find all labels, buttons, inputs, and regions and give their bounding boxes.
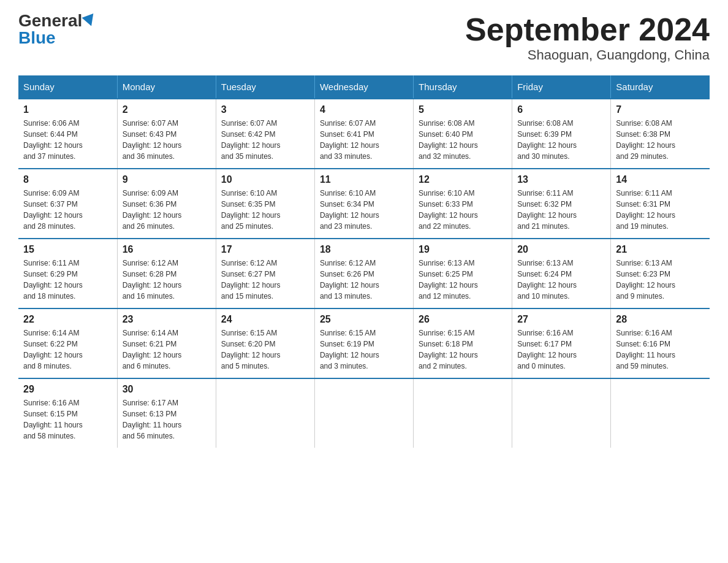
day-cell: 9Sunrise: 6:09 AMSunset: 6:36 PMDaylight…	[117, 169, 216, 239]
day-cell	[216, 378, 314, 448]
day-info: Sunrise: 6:09 AMSunset: 6:37 PMDaylight:…	[23, 188, 112, 232]
week-row-1: 1Sunrise: 6:06 AMSunset: 6:44 PMDaylight…	[18, 99, 710, 169]
logo: General Blue	[18, 12, 96, 47]
day-number: 22	[23, 314, 112, 325]
header-day-thursday: Thursday	[414, 75, 512, 99]
day-cell: 18Sunrise: 6:12 AMSunset: 6:26 PMDayligh…	[314, 239, 413, 308]
day-number: 15	[23, 244, 112, 255]
day-cell	[414, 378, 512, 448]
day-info: Sunrise: 6:13 AMSunset: 6:25 PMDaylight:…	[419, 258, 507, 302]
day-cell	[314, 378, 413, 448]
day-cell: 3Sunrise: 6:07 AMSunset: 6:42 PMDaylight…	[216, 99, 314, 169]
day-cell: 4Sunrise: 6:07 AMSunset: 6:41 PMDaylight…	[314, 99, 413, 169]
day-info: Sunrise: 6:15 AMSunset: 6:18 PMDaylight:…	[419, 327, 507, 372]
day-cell: 5Sunrise: 6:08 AMSunset: 6:40 PMDaylight…	[414, 99, 512, 169]
day-info: Sunrise: 6:07 AMSunset: 6:43 PMDaylight:…	[123, 118, 211, 162]
header-day-tuesday: Tuesday	[216, 75, 314, 99]
day-number: 20	[517, 244, 605, 255]
day-info: Sunrise: 6:15 AMSunset: 6:19 PMDaylight:…	[320, 327, 408, 372]
day-number: 9	[123, 174, 211, 185]
day-cell: 22Sunrise: 6:14 AMSunset: 6:22 PMDayligh…	[18, 308, 117, 378]
day-info: Sunrise: 6:14 AMSunset: 6:21 PMDaylight:…	[123, 327, 211, 372]
day-number: 30	[123, 384, 211, 395]
day-number: 11	[320, 174, 408, 185]
header-day-monday: Monday	[117, 75, 216, 99]
day-cell: 7Sunrise: 6:08 AMSunset: 6:38 PMDaylight…	[611, 99, 710, 169]
day-cell: 20Sunrise: 6:13 AMSunset: 6:24 PMDayligh…	[512, 239, 611, 308]
day-info: Sunrise: 6:11 AMSunset: 6:32 PMDaylight:…	[517, 188, 605, 232]
calendar-table: SundayMondayTuesdayWednesdayThursdayFrid…	[18, 75, 710, 448]
header-day-friday: Friday	[512, 75, 611, 99]
day-number: 26	[419, 314, 507, 325]
day-number: 4	[320, 104, 408, 115]
day-number: 7	[616, 104, 705, 115]
day-info: Sunrise: 6:16 AMSunset: 6:16 PMDaylight:…	[616, 327, 705, 372]
logo-general-text: General	[18, 12, 82, 29]
day-number: 6	[517, 104, 605, 115]
day-number: 1	[23, 104, 112, 115]
day-cell	[512, 378, 611, 448]
day-cell: 17Sunrise: 6:12 AMSunset: 6:27 PMDayligh…	[216, 239, 314, 308]
day-number: 28	[616, 314, 705, 325]
logo-triangle-icon	[82, 13, 97, 28]
day-number: 5	[419, 104, 507, 115]
day-cell: 19Sunrise: 6:13 AMSunset: 6:25 PMDayligh…	[414, 239, 512, 308]
day-number: 13	[517, 174, 605, 185]
day-info: Sunrise: 6:11 AMSunset: 6:29 PMDaylight:…	[23, 258, 112, 302]
day-cell: 30Sunrise: 6:17 AMSunset: 6:13 PMDayligh…	[117, 378, 216, 448]
title-area: September 2024 Shaoguan, Guangdong, Chin…	[465, 12, 710, 63]
day-number: 27	[517, 314, 605, 325]
week-row-3: 15Sunrise: 6:11 AMSunset: 6:29 PMDayligh…	[18, 239, 710, 308]
day-info: Sunrise: 6:12 AMSunset: 6:26 PMDaylight:…	[320, 258, 408, 302]
logo-blue-text: Blue	[18, 28, 56, 47]
day-info: Sunrise: 6:08 AMSunset: 6:39 PMDaylight:…	[517, 118, 605, 162]
header-day-sunday: Sunday	[18, 75, 117, 99]
day-number: 16	[123, 244, 211, 255]
week-row-2: 8Sunrise: 6:09 AMSunset: 6:37 PMDaylight…	[18, 169, 710, 239]
day-cell: 16Sunrise: 6:12 AMSunset: 6:28 PMDayligh…	[117, 239, 216, 308]
day-cell: 29Sunrise: 6:16 AMSunset: 6:15 PMDayligh…	[18, 378, 117, 448]
day-cell: 10Sunrise: 6:10 AMSunset: 6:35 PMDayligh…	[216, 169, 314, 239]
day-info: Sunrise: 6:11 AMSunset: 6:31 PMDaylight:…	[616, 188, 705, 232]
day-cell: 15Sunrise: 6:11 AMSunset: 6:29 PMDayligh…	[18, 239, 117, 308]
day-info: Sunrise: 6:13 AMSunset: 6:24 PMDaylight:…	[517, 258, 605, 302]
day-info: Sunrise: 6:08 AMSunset: 6:38 PMDaylight:…	[616, 118, 705, 162]
header: General Blue September 2024 Shaoguan, Gu…	[18, 12, 710, 63]
day-info: Sunrise: 6:10 AMSunset: 6:33 PMDaylight:…	[419, 188, 507, 232]
day-info: Sunrise: 6:12 AMSunset: 6:28 PMDaylight:…	[123, 258, 211, 302]
day-cell: 24Sunrise: 6:15 AMSunset: 6:20 PMDayligh…	[216, 308, 314, 378]
day-cell: 2Sunrise: 6:07 AMSunset: 6:43 PMDaylight…	[117, 99, 216, 169]
day-cell: 21Sunrise: 6:13 AMSunset: 6:23 PMDayligh…	[611, 239, 710, 308]
day-cell: 28Sunrise: 6:16 AMSunset: 6:16 PMDayligh…	[611, 308, 710, 378]
day-cell: 12Sunrise: 6:10 AMSunset: 6:33 PMDayligh…	[414, 169, 512, 239]
day-number: 25	[320, 314, 408, 325]
day-number: 17	[221, 244, 309, 255]
day-number: 19	[419, 244, 507, 255]
day-info: Sunrise: 6:16 AMSunset: 6:15 PMDaylight:…	[23, 397, 112, 442]
day-cell: 23Sunrise: 6:14 AMSunset: 6:21 PMDayligh…	[117, 308, 216, 378]
day-info: Sunrise: 6:07 AMSunset: 6:41 PMDaylight:…	[320, 118, 408, 162]
day-cell: 11Sunrise: 6:10 AMSunset: 6:34 PMDayligh…	[314, 169, 413, 239]
header-day-wednesday: Wednesday	[314, 75, 413, 99]
day-cell: 13Sunrise: 6:11 AMSunset: 6:32 PMDayligh…	[512, 169, 611, 239]
day-number: 21	[616, 244, 705, 255]
day-cell: 14Sunrise: 6:11 AMSunset: 6:31 PMDayligh…	[611, 169, 710, 239]
day-info: Sunrise: 6:08 AMSunset: 6:40 PMDaylight:…	[419, 118, 507, 162]
day-info: Sunrise: 6:13 AMSunset: 6:23 PMDaylight:…	[616, 258, 705, 302]
header-row: SundayMondayTuesdayWednesdayThursdayFrid…	[18, 75, 710, 99]
day-cell: 26Sunrise: 6:15 AMSunset: 6:18 PMDayligh…	[414, 308, 512, 378]
header-day-saturday: Saturday	[611, 75, 710, 99]
day-cell: 6Sunrise: 6:08 AMSunset: 6:39 PMDaylight…	[512, 99, 611, 169]
week-row-4: 22Sunrise: 6:14 AMSunset: 6:22 PMDayligh…	[18, 308, 710, 378]
day-number: 2	[123, 104, 211, 115]
day-cell	[611, 378, 710, 448]
day-info: Sunrise: 6:10 AMSunset: 6:35 PMDaylight:…	[221, 188, 309, 232]
day-info: Sunrise: 6:17 AMSunset: 6:13 PMDaylight:…	[123, 397, 211, 442]
day-number: 18	[320, 244, 408, 255]
day-number: 24	[221, 314, 309, 325]
day-number: 29	[23, 384, 112, 395]
day-info: Sunrise: 6:10 AMSunset: 6:34 PMDaylight:…	[320, 188, 408, 232]
week-row-5: 29Sunrise: 6:16 AMSunset: 6:15 PMDayligh…	[18, 378, 710, 448]
day-info: Sunrise: 6:07 AMSunset: 6:42 PMDaylight:…	[221, 118, 309, 162]
day-info: Sunrise: 6:09 AMSunset: 6:36 PMDaylight:…	[123, 188, 211, 232]
